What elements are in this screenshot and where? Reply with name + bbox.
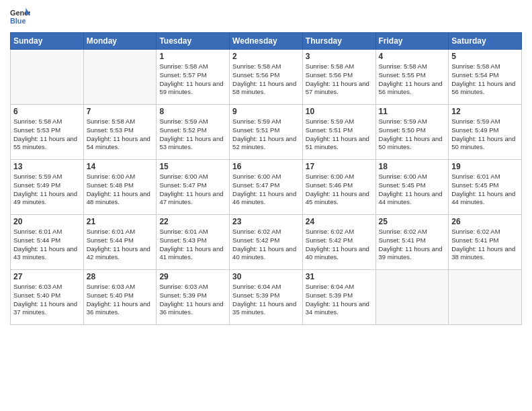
day-number: 13 bbox=[13, 162, 81, 171]
day-number: 17 bbox=[306, 162, 373, 171]
weekday-header-cell: Wednesday bbox=[230, 33, 303, 50]
calendar-day-cell: 13Sunrise: 5:59 AMSunset: 5:49 PMDayligh… bbox=[11, 160, 84, 215]
calendar-day-cell: 3Sunrise: 5:58 AMSunset: 5:56 PMDaylight… bbox=[302, 50, 375, 105]
day-info: Sunrise: 6:02 AMSunset: 5:41 PMDaylight:… bbox=[451, 228, 519, 262]
calendar-day-cell: 15Sunrise: 6:00 AMSunset: 5:47 PMDayligh… bbox=[157, 160, 230, 215]
calendar-day-cell: 21Sunrise: 6:01 AMSunset: 5:44 PMDayligh… bbox=[83, 215, 157, 270]
calendar-day-cell: 9Sunrise: 5:59 AMSunset: 5:51 PMDaylight… bbox=[230, 105, 303, 160]
day-number: 25 bbox=[379, 217, 446, 226]
day-number: 31 bbox=[306, 272, 373, 281]
calendar-day-cell: 22Sunrise: 6:01 AMSunset: 5:43 PMDayligh… bbox=[157, 215, 230, 270]
calendar-day-cell: 1Sunrise: 5:58 AMSunset: 5:57 PMDaylight… bbox=[157, 50, 230, 105]
weekday-header-cell: Monday bbox=[83, 33, 157, 50]
weekday-header-row: SundayMondayTuesdayWednesdayThursdayFrid… bbox=[11, 33, 522, 50]
day-number: 9 bbox=[232, 107, 300, 116]
day-number: 23 bbox=[232, 217, 300, 226]
calendar-day-cell: 14Sunrise: 6:00 AMSunset: 5:48 PMDayligh… bbox=[83, 160, 157, 215]
day-number: 4 bbox=[379, 52, 446, 61]
day-info: Sunrise: 5:58 AMSunset: 5:53 PMDaylight:… bbox=[87, 118, 154, 152]
day-info: Sunrise: 5:58 AMSunset: 5:56 PMDaylight:… bbox=[306, 62, 373, 97]
day-info: Sunrise: 5:58 AMSunset: 5:56 PMDaylight:… bbox=[232, 62, 300, 97]
calendar-day-cell: 20Sunrise: 6:01 AMSunset: 5:44 PMDayligh… bbox=[11, 215, 84, 270]
day-number: 14 bbox=[87, 162, 154, 171]
day-info: Sunrise: 5:59 AMSunset: 5:50 PMDaylight:… bbox=[379, 118, 446, 152]
calendar-week-row: 27Sunrise: 6:03 AMSunset: 5:40 PMDayligh… bbox=[11, 270, 522, 325]
calendar-week-row: 20Sunrise: 6:01 AMSunset: 5:44 PMDayligh… bbox=[11, 215, 522, 270]
day-info: Sunrise: 5:59 AMSunset: 5:49 PMDaylight:… bbox=[13, 173, 81, 207]
day-info: Sunrise: 5:59 AMSunset: 5:49 PMDaylight:… bbox=[451, 118, 519, 152]
day-info: Sunrise: 6:03 AMSunset: 5:39 PMDaylight:… bbox=[159, 283, 226, 317]
day-info: Sunrise: 6:03 AMSunset: 5:40 PMDaylight:… bbox=[13, 283, 81, 317]
calendar-day-cell: 28Sunrise: 6:03 AMSunset: 5:40 PMDayligh… bbox=[83, 270, 157, 325]
calendar-day-cell: 7Sunrise: 5:58 AMSunset: 5:53 PMDaylight… bbox=[83, 105, 157, 160]
weekday-header-cell: Sunday bbox=[11, 33, 84, 50]
calendar-day-cell bbox=[375, 270, 449, 325]
calendar-day-cell: 31Sunrise: 6:04 AMSunset: 5:39 PMDayligh… bbox=[302, 270, 375, 325]
day-info: Sunrise: 5:58 AMSunset: 5:55 PMDaylight:… bbox=[379, 62, 446, 97]
day-number: 10 bbox=[306, 107, 373, 116]
calendar-day-cell: 6Sunrise: 5:58 AMSunset: 5:53 PMDaylight… bbox=[11, 105, 84, 160]
day-info: Sunrise: 6:02 AMSunset: 5:41 PMDaylight:… bbox=[379, 228, 446, 262]
day-info: Sunrise: 6:00 AMSunset: 5:46 PMDaylight:… bbox=[306, 173, 373, 207]
calendar-day-cell: 4Sunrise: 5:58 AMSunset: 5:55 PMDaylight… bbox=[375, 50, 449, 105]
weekday-header-cell: Tuesday bbox=[157, 33, 230, 50]
calendar-day-cell bbox=[449, 270, 522, 325]
calendar-day-cell: 25Sunrise: 6:02 AMSunset: 5:41 PMDayligh… bbox=[375, 215, 449, 270]
day-number: 1 bbox=[159, 52, 226, 61]
day-info: Sunrise: 6:00 AMSunset: 5:45 PMDaylight:… bbox=[379, 173, 446, 207]
day-info: Sunrise: 6:00 AMSunset: 5:48 PMDaylight:… bbox=[87, 173, 154, 207]
day-number: 22 bbox=[159, 217, 226, 226]
calendar-day-cell: 5Sunrise: 5:58 AMSunset: 5:54 PMDaylight… bbox=[449, 50, 522, 105]
calendar-day-cell: 29Sunrise: 6:03 AMSunset: 5:39 PMDayligh… bbox=[157, 270, 230, 325]
day-info: Sunrise: 5:59 AMSunset: 5:51 PMDaylight:… bbox=[306, 118, 373, 152]
calendar-week-row: 13Sunrise: 5:59 AMSunset: 5:49 PMDayligh… bbox=[11, 160, 522, 215]
day-info: Sunrise: 6:02 AMSunset: 5:42 PMDaylight:… bbox=[232, 228, 300, 262]
day-number: 11 bbox=[379, 107, 446, 116]
calendar-week-row: 1Sunrise: 5:58 AMSunset: 5:57 PMDaylight… bbox=[11, 50, 522, 105]
calendar-day-cell: 27Sunrise: 6:03 AMSunset: 5:40 PMDayligh… bbox=[11, 270, 84, 325]
calendar-day-cell: 23Sunrise: 6:02 AMSunset: 5:42 PMDayligh… bbox=[230, 215, 303, 270]
day-number: 20 bbox=[13, 217, 81, 226]
calendar-day-cell bbox=[11, 50, 84, 105]
day-info: Sunrise: 6:04 AMSunset: 5:39 PMDaylight:… bbox=[306, 283, 373, 317]
day-number: 26 bbox=[451, 217, 519, 226]
day-number: 3 bbox=[306, 52, 373, 61]
day-info: Sunrise: 6:01 AMSunset: 5:45 PMDaylight:… bbox=[451, 173, 519, 207]
calendar-table: SundayMondayTuesdayWednesdayThursdayFrid… bbox=[10, 32, 522, 325]
day-info: Sunrise: 6:01 AMSunset: 5:44 PMDaylight:… bbox=[87, 228, 154, 262]
calendar-day-cell: 17Sunrise: 6:00 AMSunset: 5:46 PMDayligh… bbox=[302, 160, 375, 215]
day-info: Sunrise: 5:59 AMSunset: 5:51 PMDaylight:… bbox=[232, 118, 300, 152]
calendar-week-row: 6Sunrise: 5:58 AMSunset: 5:53 PMDaylight… bbox=[11, 105, 522, 160]
day-number: 29 bbox=[159, 272, 226, 281]
calendar-day-cell: 12Sunrise: 5:59 AMSunset: 5:49 PMDayligh… bbox=[449, 105, 522, 160]
day-number: 6 bbox=[13, 107, 81, 116]
day-info: Sunrise: 5:58 AMSunset: 5:54 PMDaylight:… bbox=[451, 62, 519, 97]
calendar-day-cell: 30Sunrise: 6:04 AMSunset: 5:39 PMDayligh… bbox=[230, 270, 303, 325]
day-info: Sunrise: 5:58 AMSunset: 5:53 PMDaylight:… bbox=[13, 118, 81, 152]
weekday-header-cell: Saturday bbox=[449, 33, 522, 50]
day-number: 30 bbox=[232, 272, 300, 281]
day-number: 21 bbox=[87, 217, 154, 226]
calendar-day-cell: 10Sunrise: 5:59 AMSunset: 5:51 PMDayligh… bbox=[302, 105, 375, 160]
calendar-day-cell bbox=[83, 50, 157, 105]
calendar-body: 1Sunrise: 5:58 AMSunset: 5:57 PMDaylight… bbox=[11, 50, 522, 325]
day-info: Sunrise: 6:01 AMSunset: 5:43 PMDaylight:… bbox=[159, 228, 226, 262]
day-number: 28 bbox=[87, 272, 154, 281]
day-info: Sunrise: 6:02 AMSunset: 5:42 PMDaylight:… bbox=[306, 228, 373, 262]
day-number: 12 bbox=[451, 107, 519, 116]
calendar-day-cell: 16Sunrise: 6:00 AMSunset: 5:47 PMDayligh… bbox=[230, 160, 303, 215]
header: General Blue bbox=[10, 7, 522, 27]
day-info: Sunrise: 5:59 AMSunset: 5:52 PMDaylight:… bbox=[159, 118, 226, 152]
day-number: 19 bbox=[451, 162, 519, 171]
calendar-day-cell: 2Sunrise: 5:58 AMSunset: 5:56 PMDaylight… bbox=[230, 50, 303, 105]
day-number: 18 bbox=[379, 162, 446, 171]
day-number: 7 bbox=[87, 107, 154, 116]
day-number: 16 bbox=[232, 162, 300, 171]
day-number: 2 bbox=[232, 52, 300, 61]
day-number: 8 bbox=[159, 107, 226, 116]
day-info: Sunrise: 6:04 AMSunset: 5:39 PMDaylight:… bbox=[232, 283, 300, 317]
weekday-header-cell: Thursday bbox=[302, 33, 375, 50]
day-number: 24 bbox=[306, 217, 373, 226]
day-number: 27 bbox=[13, 272, 81, 281]
calendar-day-cell: 19Sunrise: 6:01 AMSunset: 5:45 PMDayligh… bbox=[449, 160, 522, 215]
